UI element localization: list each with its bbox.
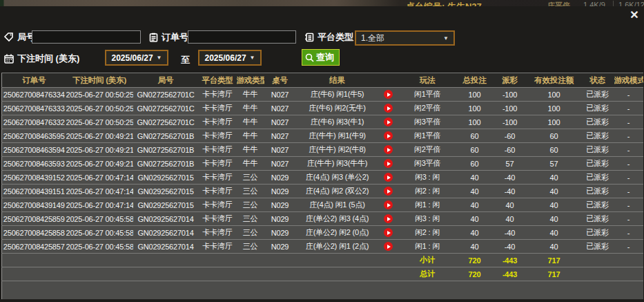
total-bet-cell: 40 bbox=[457, 226, 493, 240]
clipboard-icon bbox=[149, 32, 158, 42]
total-bet-cell: 60 bbox=[457, 157, 493, 171]
play-icon[interactable] bbox=[384, 214, 393, 223]
replay-cell bbox=[379, 115, 398, 129]
valid-bet-cell: 60 bbox=[527, 129, 581, 143]
table-row: 250627008463594 2025-06-27 00:49:21 GN02… bbox=[2, 143, 643, 157]
background-odds-2: 1.6K/12 bbox=[618, 1, 644, 6]
bet-time-cell: 2025-06-27 00:50:25 bbox=[66, 115, 133, 129]
total-bet-cell: 100 bbox=[457, 115, 493, 129]
play-type-cell: 闲3 : 闲 bbox=[398, 171, 457, 185]
table-row: 250627008425857 2025-06-27 00:45:58 GN02… bbox=[2, 240, 643, 254]
date-to-value: 2025/06/27 bbox=[205, 53, 246, 63]
payout-cell: -40 bbox=[493, 226, 527, 240]
table-row: 250627008463595 2025-06-27 00:49:21 GN02… bbox=[2, 129, 643, 143]
game-mode-cell: - bbox=[614, 157, 643, 171]
round-number-cell: GN0272562701C bbox=[133, 115, 199, 129]
result-cell: 庄(牛6) 闲1(牛5) bbox=[296, 88, 379, 102]
game-type-cell: 牛牛 bbox=[237, 157, 264, 171]
bet-time-cell: 2025-06-27 00:49:21 bbox=[66, 143, 133, 157]
replay-cell bbox=[379, 157, 398, 171]
game-mode-cell: - bbox=[614, 143, 643, 157]
subtotal-payout: -443 bbox=[493, 254, 527, 267]
play-icon[interactable] bbox=[384, 104, 393, 113]
round-number-cell: GN0272562701B bbox=[133, 129, 199, 143]
play-icon[interactable] bbox=[384, 228, 393, 237]
play-type-cell: 闲1 : 闲 bbox=[398, 198, 457, 212]
round-number-input[interactable] bbox=[32, 30, 141, 44]
status-cell: 已派彩 bbox=[581, 129, 614, 143]
table-header-row: 订单号下注时间 (美东)局号平台类型游戏类型桌号结果玩法总投注派彩有效投注额状态… bbox=[2, 73, 643, 88]
platform-cell: 卡卡湾厅 bbox=[199, 115, 237, 129]
column-header: 状态 bbox=[581, 73, 614, 88]
payout-cell: -60 bbox=[493, 129, 527, 143]
play-icon[interactable] bbox=[384, 173, 393, 182]
platform-type-select[interactable]: 1.全部 ▼ bbox=[355, 30, 455, 46]
bet-history-table: 订单号下注时间 (美东)局号平台类型游戏类型桌号结果玩法总投注派彩有效投注额状态… bbox=[1, 73, 643, 299]
order-number-cell: 250627008425857 bbox=[2, 240, 66, 254]
total-bet-cell: 40 bbox=[457, 212, 493, 226]
play-type-cell: 闲2 : 闲 bbox=[398, 226, 457, 240]
date-to-button[interactable]: 2025/06/27 ▼ bbox=[198, 50, 262, 66]
order-number-input[interactable] bbox=[188, 30, 296, 44]
bet-time-cell: 2025-06-27 00:50:25 bbox=[66, 88, 133, 102]
replay-cell bbox=[379, 198, 398, 212]
status-cell: 已派彩 bbox=[581, 102, 614, 115]
platform-type-value: 1.全部 bbox=[361, 32, 384, 44]
result-cell: 庄(牛牛) 闲1(牛9) bbox=[296, 129, 379, 143]
column-header: 订单号 bbox=[2, 73, 66, 88]
round-number-cell: GN0272562701C bbox=[133, 102, 199, 115]
round-number-cell: GN02925627014 bbox=[133, 240, 199, 254]
game-mode-cell: - bbox=[614, 212, 643, 226]
order-number-cell: 250627008439149 bbox=[2, 198, 66, 212]
table-number-cell: N029 bbox=[264, 240, 296, 254]
play-icon[interactable] bbox=[384, 131, 393, 140]
play-type-cell: 闲2平倍 bbox=[398, 143, 457, 157]
status-cell: 已派彩 bbox=[581, 171, 614, 185]
close-icon[interactable]: ✕ bbox=[628, 9, 641, 21]
replay-cell bbox=[379, 88, 398, 102]
play-type-cell: 闲2平倍 bbox=[398, 102, 457, 115]
play-icon[interactable] bbox=[384, 242, 393, 251]
valid-bet-cell: 40 bbox=[527, 171, 581, 185]
table-number-cell: N029 bbox=[264, 212, 296, 226]
game-mode-cell: - bbox=[614, 102, 643, 115]
play-type-cell: 闲3平倍 bbox=[398, 115, 457, 129]
result-cell: 庄(单公2) 闲1 (2点) bbox=[296, 240, 379, 254]
play-icon[interactable] bbox=[384, 200, 393, 209]
play-icon[interactable] bbox=[384, 159, 393, 168]
subtotal-row: 小计 720 -443 717 bbox=[2, 254, 643, 267]
total-bet-cell: 100 bbox=[457, 88, 493, 102]
play-type-cell: 闲2 : 闲 bbox=[398, 185, 457, 198]
game-mode-cell: - bbox=[614, 129, 643, 143]
table-row: 250627008439152 2025-06-27 00:47:14 GN02… bbox=[2, 171, 643, 185]
date-from-button[interactable]: 2025/06/27 ▼ bbox=[105, 50, 168, 66]
play-type-cell: 闲1平倍 bbox=[398, 129, 457, 143]
table-number-cell: N029 bbox=[264, 198, 296, 212]
round-number-cell: GN0272562701C bbox=[133, 88, 199, 102]
platform-cell: 卡卡湾厅 bbox=[199, 129, 237, 143]
order-number-cell: 250627008439151 bbox=[2, 185, 66, 198]
play-icon[interactable] bbox=[384, 187, 393, 196]
play-icon[interactable] bbox=[384, 90, 393, 99]
column-header bbox=[379, 73, 398, 88]
table-row: 250627008463593 2025-06-27 00:49:21 GN02… bbox=[2, 157, 643, 171]
game-type-cell: 三公 bbox=[237, 185, 264, 198]
bet-time-cell: 2025-06-27 00:47:14 bbox=[66, 185, 133, 198]
game-type-cell: 三公 bbox=[237, 198, 264, 212]
play-icon[interactable] bbox=[384, 117, 393, 126]
game-type-cell: 三公 bbox=[237, 240, 264, 254]
column-header: 桌号 bbox=[264, 73, 296, 88]
order-number-cell: 250627008425858 bbox=[2, 226, 66, 240]
play-icon[interactable] bbox=[384, 145, 393, 154]
chevron-down-icon: ▼ bbox=[157, 55, 162, 61]
valid-bet-cell: 40 bbox=[527, 212, 581, 226]
background-game-strip: 桌台编号: 牛牛N27 庄平倍 1.4K/9 1.6K/12 bbox=[0, 0, 644, 6]
result-cell: 庄(牛牛) 闲2(牛8) bbox=[296, 143, 379, 157]
bet-time-cell: 2025-06-27 00:47:14 bbox=[66, 171, 133, 185]
column-header: 平台类型 bbox=[199, 73, 237, 88]
order-number-cell: 250627008439152 bbox=[2, 171, 66, 185]
payout-cell: 40 bbox=[493, 212, 527, 226]
search-button[interactable]: 查询 bbox=[302, 49, 340, 66]
status-cell: 已派彩 bbox=[581, 157, 614, 171]
order-number-cell: 250627008463593 bbox=[2, 157, 66, 171]
